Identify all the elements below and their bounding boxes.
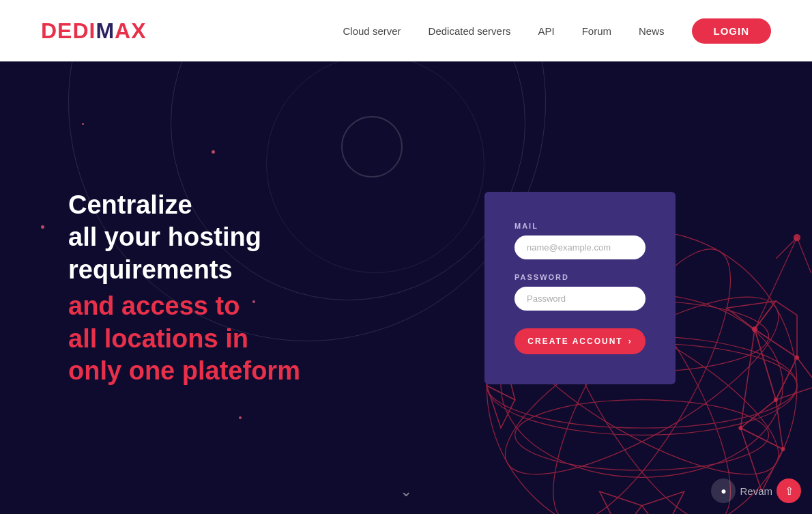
logo: DEDIMAX [41,18,147,44]
svg-marker-14 [727,301,776,329]
password-label: PASSWORD [514,273,646,281]
svg-point-24 [752,326,757,332]
logo-dedi: DEDI [41,18,96,43]
svg-point-27 [781,447,785,451]
svg-point-26 [774,398,778,402]
nav-forum[interactable]: Forum [582,25,611,37]
deco-dot-1 [212,150,215,154]
logo-m: M [96,18,115,43]
deco-dot-4 [82,123,84,125]
deco-dot-3 [41,225,44,229]
password-input[interactable] [514,287,646,311]
svg-line-23 [776,238,797,259]
hero-title-pink: and access to all locations in only one … [68,290,300,388]
svg-marker-13 [740,400,783,449]
svg-point-29 [794,234,800,241]
deco-dot-5 [239,416,242,419]
nav-dedicated-servers[interactable]: Dedicated servers [429,25,511,37]
revam-watermark: ● Revam ⇧ [711,479,801,503]
mail-label: MAIL [514,222,646,230]
create-account-button[interactable]: CREATE ACCOUNT › [514,328,646,354]
scroll-top-button[interactable]: ⇧ [777,479,801,503]
main-nav: Cloud server Dedicated servers API Forum… [343,18,771,44]
nav-news[interactable]: News [639,25,665,37]
mail-input[interactable] [514,235,646,259]
signup-form-card: MAIL PASSWORD CREATE ACCOUNT › [484,192,676,384]
scroll-down-chevron[interactable]: ⌄ [400,483,412,500]
svg-line-21 [755,238,797,329]
nav-api[interactable]: API [538,25,554,37]
svg-point-25 [795,356,799,360]
revam-icon: ● [711,479,736,503]
logo-max: AX [115,18,146,43]
hero-section: Centralize all your hosting requirements… [0,0,812,514]
revam-text: Revam [740,485,772,497]
arrow-right-icon: › [628,337,633,346]
deco-circle-small [341,116,403,177]
svg-point-28 [738,426,742,430]
hero-title-white: Centralize all your hosting requirements [68,188,300,286]
login-button[interactable]: LOGIN [692,18,772,44]
header: DEDIMAX Cloud server Dedicated servers A… [0,0,812,61]
svg-line-22 [797,238,811,273]
hero-text-block: Centralize all your hosting requirements… [68,188,300,387]
nav-cloud-server[interactable]: Cloud server [343,25,401,37]
